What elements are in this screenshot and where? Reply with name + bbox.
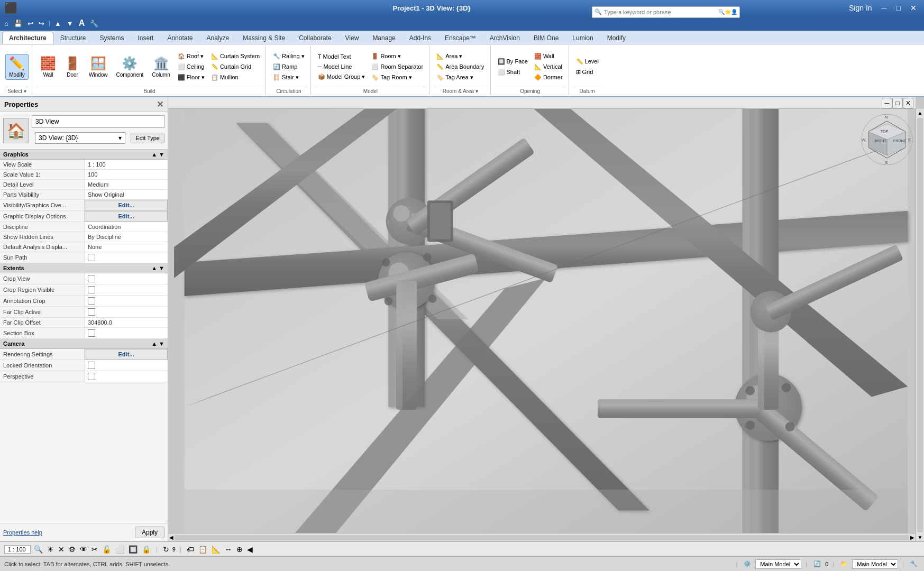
viewport[interactable]: ─ □ ✕	[168, 97, 924, 541]
graphic-display-edit-button[interactable]: Edit...	[85, 211, 168, 222]
area-boundary-button[interactable]: 📏 Area Boundary	[434, 62, 487, 72]
detail-button[interactable]: 📋	[197, 544, 208, 555]
scale-value-value[interactable]: 100	[85, 170, 168, 179]
visibility-graphics-edit-button[interactable]: Edit...	[85, 200, 168, 210]
tab-collaborate[interactable]: Collaborate	[292, 32, 338, 44]
locked-orientation-checkbox[interactable]	[88, 362, 95, 369]
tab-manage[interactable]: Manage	[365, 32, 402, 44]
camera-section-header[interactable]: Camera ▲ ▼	[0, 339, 168, 349]
redo-qat-button[interactable]: ↪	[36, 19, 47, 29]
component-button[interactable]: ⚙️ Component	[113, 54, 148, 80]
roof-button[interactable]: 🏠 Roof ▾	[175, 51, 207, 61]
crop-button[interactable]: ⬜	[114, 544, 125, 555]
wall-opening-button[interactable]: 🧱 Wall	[532, 51, 565, 61]
far-clip-offset-value[interactable]: 304800.0	[85, 318, 168, 327]
show-hidden-lines-value[interactable]: By Discipline	[85, 232, 168, 242]
vertical-button[interactable]: 📐 Vertical	[532, 62, 565, 72]
section-box-value[interactable]	[85, 328, 168, 338]
close-button[interactable]: ✕	[907, 3, 920, 13]
cut-profile-button[interactable]: ✂	[90, 544, 99, 555]
arrow-button[interactable]: ◀	[246, 544, 254, 555]
curtain-system-button[interactable]: 📐 Curtain System	[208, 51, 262, 61]
search-input[interactable]	[604, 9, 717, 15]
tab-enscape[interactable]: Enscape™	[438, 32, 483, 44]
section-box-checkbox[interactable]	[88, 329, 95, 337]
perspective-value[interactable]	[85, 371, 168, 382]
scroll-up-arrow[interactable]: ▲	[916, 109, 924, 117]
annotation-crop-value[interactable]	[85, 296, 168, 306]
sync-button[interactable]: 🔄	[811, 559, 823, 568]
discipline-value[interactable]: Coordination	[85, 222, 168, 232]
model-text-button[interactable]: T Model Text	[315, 52, 368, 61]
settings-qat-button[interactable]: ▼	[65, 19, 76, 29]
model-line-button[interactable]: ─ Model Line	[315, 62, 368, 71]
viewport-maximize-button[interactable]: □	[892, 98, 903, 108]
tab-addins[interactable]: Add-Ins	[402, 32, 438, 44]
tab-modify[interactable]: Modify	[600, 32, 633, 44]
tab-insert[interactable]: Insert	[131, 32, 160, 44]
annotation-crop-checkbox[interactable]	[88, 297, 95, 305]
viewport-minimize-button[interactable]: ─	[882, 98, 892, 108]
curtain-grid-button[interactable]: 📏 Curtain Grid	[208, 62, 262, 72]
crop-view-checkbox[interactable]	[88, 275, 95, 282]
room-button[interactable]: 🚪 Room ▾	[369, 51, 426, 61]
edit-type-button[interactable]: Edit Type	[131, 133, 164, 143]
annotation-qat-button[interactable]: A	[77, 17, 87, 29]
view-properties-button[interactable]: 🔲	[127, 544, 139, 555]
tab-analyze[interactable]: Analyze	[199, 32, 236, 44]
scroll-down-arrow[interactable]: ▼	[916, 533, 924, 541]
ceiling-button[interactable]: ⬜ Ceiling	[175, 62, 207, 72]
spot-button[interactable]: ⊕	[235, 544, 244, 555]
sun-path-value[interactable]	[85, 252, 168, 263]
grid-button[interactable]: ⊞ Grid	[573, 67, 601, 77]
wrench-qat-button[interactable]: 🔧	[88, 19, 100, 29]
apply-button[interactable]: Apply	[135, 527, 164, 538]
scroll-thumb-horizontal[interactable]	[175, 535, 909, 540]
model-browser-button[interactable]: 📁	[838, 559, 850, 568]
tab-bimone[interactable]: BIM One	[527, 32, 565, 44]
column-button[interactable]: 🏛️ Column	[148, 54, 173, 80]
history-button[interactable]: ↻	[162, 544, 170, 555]
undo-qat-button[interactable]: ↩	[25, 19, 35, 29]
far-clip-active-value[interactable]	[85, 307, 168, 317]
dim-button[interactable]: ↔	[224, 544, 233, 555]
ramp-button[interactable]: 🔄 Ramp	[270, 62, 307, 72]
mullion-button[interactable]: 📋 Mullion	[208, 72, 262, 82]
perspective-checkbox[interactable]	[88, 373, 95, 380]
view-selector-dropdown[interactable]: 3D View: {3D} ▾	[35, 132, 125, 144]
model-icon-button[interactable]: ⚙️	[742, 559, 753, 568]
rendering-settings-edit-button[interactable]: Edit...	[85, 349, 168, 360]
tab-systems[interactable]: Systems	[93, 32, 131, 44]
tab-architecture[interactable]: Architecture	[2, 32, 53, 44]
view-cube[interactable]: FRONT RIGHT TOP N S W E	[861, 113, 913, 166]
viewport-scrollbar-horizontal[interactable]: ◀ ▶	[168, 533, 916, 541]
default-analysis-value[interactable]: None	[85, 242, 168, 252]
crop-view-value[interactable]	[85, 273, 168, 284]
railing-button[interactable]: 🔧 Railing ▾	[270, 51, 307, 61]
tab-archvision[interactable]: ArchVision	[483, 32, 527, 44]
floor-button[interactable]: ⬛ Floor ▾	[175, 72, 207, 82]
scroll-thumb-vertical[interactable]	[917, 118, 923, 532]
window-button[interactable]: 🪟 Window	[85, 54, 112, 80]
tab-view[interactable]: View	[339, 32, 366, 44]
parts-visibility-value[interactable]: Show Original	[85, 190, 168, 199]
dormer-button[interactable]: 🔶 Dormer	[532, 72, 565, 82]
zoom-button[interactable]: 🔍	[33, 544, 44, 555]
tag-area-button[interactable]: 🏷️ Tag Area ▾	[434, 72, 487, 82]
sun-path-checkbox[interactable]	[88, 254, 95, 261]
shadows-button[interactable]: ✕	[57, 544, 66, 555]
region-button[interactable]: 📐	[211, 544, 222, 555]
extents-section-header[interactable]: Extents ▲ ▼	[0, 263, 168, 273]
model-select[interactable]: Main Model	[852, 559, 898, 569]
reveal-button[interactable]: 🔓	[101, 544, 112, 555]
minimize-button[interactable]: ─	[879, 3, 890, 13]
render-mode-button[interactable]: ⚙	[68, 544, 77, 555]
level-button[interactable]: 📏 Level	[573, 57, 601, 67]
model-group-button[interactable]: 📦 Model Group ▾	[315, 72, 368, 82]
far-clip-active-checkbox[interactable]	[88, 308, 95, 316]
sign-in-button[interactable]: Sign In	[846, 3, 875, 13]
viewport-scrollbar-vertical[interactable]: ▲ ▼	[916, 109, 924, 541]
stair-button[interactable]: 🪜 Stair ▾	[270, 72, 307, 82]
crop-region-visible-value[interactable]	[85, 284, 168, 295]
scroll-left-arrow[interactable]: ◀	[168, 535, 175, 540]
